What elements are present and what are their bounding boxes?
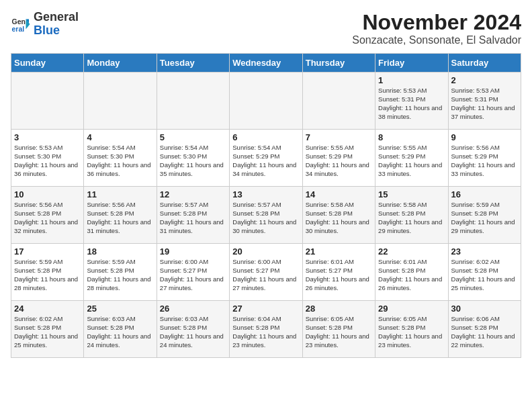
day-detail: Sunrise: 5:58 AMSunset: 5:28 PMDaylight:… xyxy=(306,201,372,235)
calendar-week-row: 24 Sunrise: 6:02 AMSunset: 5:28 PMDaylig… xyxy=(11,301,521,358)
calendar-cell xyxy=(302,73,375,130)
month-title: November 2024 xyxy=(352,11,521,34)
logo: Gen eral General Blue xyxy=(11,11,79,38)
calendar-cell: 22 Sunrise: 6:01 AMSunset: 5:28 PMDaylig… xyxy=(375,244,448,301)
calendar-week-row: 3 Sunrise: 5:53 AMSunset: 5:30 PMDayligh… xyxy=(11,130,521,187)
day-detail: Sunrise: 5:53 AMSunset: 5:31 PMDaylight:… xyxy=(378,87,445,121)
calendar-cell: 21 Sunrise: 6:01 AMSunset: 5:27 PMDaylig… xyxy=(302,244,375,301)
day-detail: Sunrise: 5:53 AMSunset: 5:30 PMDaylight:… xyxy=(14,144,81,178)
day-detail: Sunrise: 6:01 AMSunset: 5:27 PMDaylight:… xyxy=(306,258,372,292)
day-detail: Sunrise: 6:02 AMSunset: 5:28 PMDaylight:… xyxy=(14,315,81,349)
header-wednesday: Wednesday xyxy=(230,54,302,73)
calendar-cell: 11 Sunrise: 5:56 AMSunset: 5:28 PMDaylig… xyxy=(84,187,157,244)
day-number: 26 xyxy=(160,304,226,314)
day-number: 2 xyxy=(451,75,518,85)
day-detail: Sunrise: 6:02 AMSunset: 5:28 PMDaylight:… xyxy=(451,258,518,292)
day-number: 19 xyxy=(160,246,226,257)
day-detail: Sunrise: 5:55 AMSunset: 5:29 PMDaylight:… xyxy=(306,144,372,178)
calendar-cell: 23 Sunrise: 6:02 AMSunset: 5:28 PMDaylig… xyxy=(448,244,521,301)
day-number: 7 xyxy=(306,132,372,142)
day-number: 5 xyxy=(160,132,226,142)
header-tuesday: Tuesday xyxy=(157,54,229,73)
header-monday: Monday xyxy=(84,54,157,73)
day-detail: Sunrise: 5:54 AMSunset: 5:30 PMDaylight:… xyxy=(160,144,226,178)
calendar-header-row: SundayMondayTuesdayWednesdayThursdayFrid… xyxy=(11,54,521,73)
calendar-cell: 7 Sunrise: 5:55 AMSunset: 5:29 PMDayligh… xyxy=(302,130,375,187)
day-number: 4 xyxy=(87,132,153,142)
day-number: 1 xyxy=(378,75,445,85)
calendar-cell: 16 Sunrise: 5:59 AMSunset: 5:28 PMDaylig… xyxy=(448,187,521,244)
calendar-cell: 4 Sunrise: 5:54 AMSunset: 5:30 PMDayligh… xyxy=(84,130,157,187)
day-detail: Sunrise: 5:54 AMSunset: 5:30 PMDaylight:… xyxy=(87,144,153,178)
day-number: 14 xyxy=(306,189,372,199)
calendar-cell: 3 Sunrise: 5:53 AMSunset: 5:30 PMDayligh… xyxy=(11,130,84,187)
day-number: 20 xyxy=(232,246,299,257)
day-detail: Sunrise: 6:05 AMSunset: 5:28 PMDaylight:… xyxy=(378,315,445,349)
day-number: 16 xyxy=(451,189,518,199)
calendar-cell xyxy=(84,73,157,130)
title-area: November 2024 Sonzacate, Sonsonate, El S… xyxy=(352,11,521,46)
calendar-cell: 30 Sunrise: 6:06 AMSunset: 5:28 PMDaylig… xyxy=(448,301,521,358)
logo-icon: Gen eral xyxy=(11,14,31,34)
calendar-cell: 6 Sunrise: 5:54 AMSunset: 5:29 PMDayligh… xyxy=(230,130,302,187)
day-number: 10 xyxy=(14,189,81,199)
day-number: 28 xyxy=(306,304,372,314)
day-number: 21 xyxy=(306,246,372,257)
svg-text:eral: eral xyxy=(12,24,25,32)
calendar-cell: 1 Sunrise: 5:53 AMSunset: 5:31 PMDayligh… xyxy=(375,73,448,130)
calendar-cell: 27 Sunrise: 6:04 AMSunset: 5:28 PMDaylig… xyxy=(230,301,302,358)
day-detail: Sunrise: 6:03 AMSunset: 5:28 PMDaylight:… xyxy=(87,315,153,349)
day-detail: Sunrise: 5:53 AMSunset: 5:31 PMDaylight:… xyxy=(451,87,518,121)
calendar-cell: 10 Sunrise: 5:56 AMSunset: 5:28 PMDaylig… xyxy=(11,187,84,244)
calendar-cell xyxy=(11,73,84,130)
calendar-cell: 29 Sunrise: 6:05 AMSunset: 5:28 PMDaylig… xyxy=(375,301,448,358)
day-detail: Sunrise: 5:59 AMSunset: 5:28 PMDaylight:… xyxy=(14,258,81,292)
day-number: 27 xyxy=(232,304,299,314)
day-detail: Sunrise: 5:54 AMSunset: 5:29 PMDaylight:… xyxy=(232,144,299,178)
calendar-cell: 12 Sunrise: 5:57 AMSunset: 5:28 PMDaylig… xyxy=(157,187,229,244)
day-number: 18 xyxy=(87,246,153,257)
calendar-cell: 5 Sunrise: 5:54 AMSunset: 5:30 PMDayligh… xyxy=(157,130,229,187)
day-detail: Sunrise: 6:05 AMSunset: 5:28 PMDaylight:… xyxy=(306,315,372,349)
day-number: 25 xyxy=(87,304,153,314)
day-detail: Sunrise: 5:59 AMSunset: 5:28 PMDaylight:… xyxy=(451,201,518,235)
header-saturday: Saturday xyxy=(448,54,521,73)
day-number: 11 xyxy=(87,189,153,199)
day-detail: Sunrise: 5:59 AMSunset: 5:28 PMDaylight:… xyxy=(87,258,153,292)
header-thursday: Thursday xyxy=(302,54,375,73)
day-detail: Sunrise: 5:58 AMSunset: 5:28 PMDaylight:… xyxy=(378,201,445,235)
calendar-week-row: 1 Sunrise: 5:53 AMSunset: 5:31 PMDayligh… xyxy=(11,73,521,130)
header: Gen eral General Blue November 2024 Sonz… xyxy=(11,11,521,46)
day-detail: Sunrise: 6:00 AMSunset: 5:27 PMDaylight:… xyxy=(232,258,299,292)
day-number: 17 xyxy=(14,246,81,257)
day-number: 8 xyxy=(378,132,445,142)
day-number: 9 xyxy=(451,132,518,142)
day-number: 3 xyxy=(14,132,81,142)
day-detail: Sunrise: 6:03 AMSunset: 5:28 PMDaylight:… xyxy=(160,315,226,349)
calendar-cell: 9 Sunrise: 5:56 AMSunset: 5:29 PMDayligh… xyxy=(448,130,521,187)
day-number: 24 xyxy=(14,304,81,314)
day-detail: Sunrise: 5:56 AMSunset: 5:29 PMDaylight:… xyxy=(451,144,518,178)
day-number: 30 xyxy=(451,304,518,314)
calendar-table: SundayMondayTuesdayWednesdayThursdayFrid… xyxy=(11,53,521,358)
day-number: 6 xyxy=(232,132,299,142)
day-detail: Sunrise: 6:06 AMSunset: 5:28 PMDaylight:… xyxy=(451,315,518,349)
day-detail: Sunrise: 5:55 AMSunset: 5:29 PMDaylight:… xyxy=(378,144,445,178)
logo-general-text: General xyxy=(34,10,79,24)
calendar-cell: 15 Sunrise: 5:58 AMSunset: 5:28 PMDaylig… xyxy=(375,187,448,244)
calendar-week-row: 10 Sunrise: 5:56 AMSunset: 5:28 PMDaylig… xyxy=(11,187,521,244)
calendar-cell: 14 Sunrise: 5:58 AMSunset: 5:28 PMDaylig… xyxy=(302,187,375,244)
calendar-cell: 13 Sunrise: 5:57 AMSunset: 5:28 PMDaylig… xyxy=(230,187,302,244)
day-number: 15 xyxy=(378,189,445,199)
day-detail: Sunrise: 5:57 AMSunset: 5:28 PMDaylight:… xyxy=(160,201,226,235)
day-number: 13 xyxy=(232,189,299,199)
day-number: 12 xyxy=(160,189,226,199)
calendar-cell: 24 Sunrise: 6:02 AMSunset: 5:28 PMDaylig… xyxy=(11,301,84,358)
calendar-cell: 19 Sunrise: 6:00 AMSunset: 5:27 PMDaylig… xyxy=(157,244,229,301)
calendar-cell xyxy=(230,73,302,130)
day-number: 22 xyxy=(378,246,445,257)
day-detail: Sunrise: 6:01 AMSunset: 5:28 PMDaylight:… xyxy=(378,258,445,292)
calendar-cell: 20 Sunrise: 6:00 AMSunset: 5:27 PMDaylig… xyxy=(230,244,302,301)
day-detail: Sunrise: 6:00 AMSunset: 5:27 PMDaylight:… xyxy=(160,258,226,292)
day-number: 29 xyxy=(378,304,445,314)
